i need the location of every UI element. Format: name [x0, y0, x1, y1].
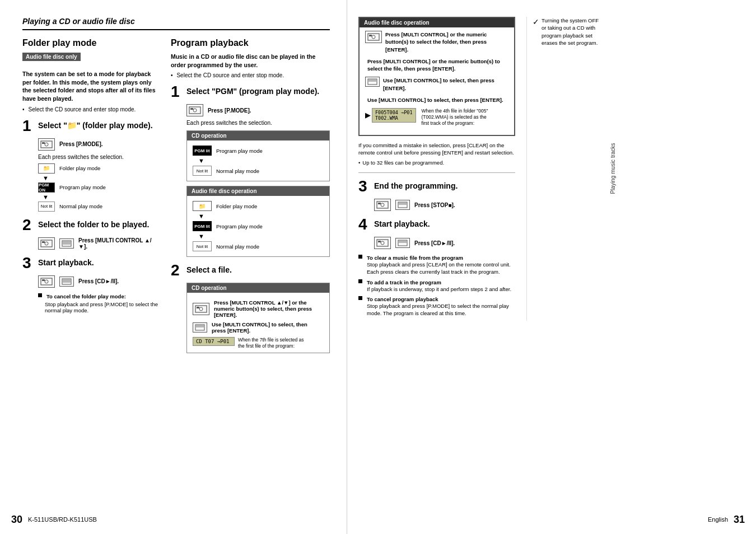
audio-arrow2: ▼ [198, 233, 324, 240]
cancel-note-title: To cancel the folder play mode: [46, 293, 126, 299]
program-intro: Music in a CD or audio file disc can be … [171, 53, 330, 69]
note-cancel-title: To cancel program playback [367, 296, 515, 302]
svg-rect-22 [197, 307, 199, 308]
folder-step2-press: Press [MULTI CONTROL ▲/▼]. [78, 237, 160, 250]
svg-point-18 [193, 109, 197, 112]
not-lit-label-2: Normal play mode [216, 168, 259, 174]
prog-step3-body: Press [STOP■]. [374, 199, 515, 211]
svg-point-39 [381, 241, 384, 245]
note-add-title: To add a track in the program [367, 279, 511, 285]
lcd-audio-note: When the 4th file in folder "005" (T002.… [422, 108, 494, 127]
folder-step2-title: Select the folder to be played. [38, 217, 149, 229]
svg-rect-26 [368, 34, 379, 40]
divider [358, 172, 515, 173]
prog-step3-press: Press [STOP■]. [414, 202, 455, 208]
folder-play-bullet1: • Select the CD source and enter stop mo… [22, 106, 160, 113]
prog-step1-body: Press [P.MODE]. Each press switches the … [186, 104, 330, 257]
audio-file-op-col: Audio file disc operation Press [MULTI C… [358, 17, 515, 321]
cd-op-header-1: CD operation [187, 131, 329, 140]
prog-step4-body: Press [CD►/II]. [374, 237, 515, 249]
mode-diagram: 📁 Folder play mode ▼ PGM ON Program play… [38, 163, 160, 212]
folder-icon-box: 📁 [38, 163, 55, 174]
svg-point-11 [45, 280, 48, 283]
audio-device-a [365, 31, 382, 43]
prog-step4-title: Start playback. [374, 217, 430, 229]
page-wrapper: Playing a CD or audio file disc Folder p… [0, 0, 756, 534]
prog-step1-row: 1 Select "PGM" (program play mode). [171, 84, 330, 100]
middle-right-content: Audio file disc operation Press [MULTI C… [358, 17, 745, 321]
prog-step4-press: Press [CD►/II]. [414, 240, 455, 246]
cd-op-header-2: CD operation [187, 283, 329, 293]
page-num-right: 31 [734, 514, 745, 526]
step3-device1 [374, 199, 391, 211]
right-note-col: ✓ Turning the system OFF or taking out a… [526, 17, 599, 321]
svg-rect-38 [377, 240, 388, 246]
not-lit-box-1: Not lit [38, 202, 55, 212]
page-title: Playing a CD or audio file disc [22, 17, 330, 30]
svg-rect-40 [378, 241, 381, 242]
folder-icon-box-2: 📁 [193, 201, 212, 211]
prog-step2-title: Select a file. [186, 263, 232, 275]
folder-step3-body: Press [CD►/II]. To cancel the folder pla… [38, 275, 160, 313]
pgm-lit-label: Program play mode [216, 148, 263, 154]
middle-right-page: Audio file disc operation Press [MULTI C… [347, 0, 756, 534]
folder-step3-title: Start playback. [38, 255, 94, 268]
checkmark-icon: ✓ [533, 17, 539, 28]
audio-op-section-1: Audio file disc operation 📁 Folder play … [186, 186, 330, 257]
svg-rect-17 [189, 107, 200, 114]
arrow2: ▼ [43, 194, 160, 200]
svg-rect-23 [195, 325, 204, 330]
page-model: K-511USB/RD-K511USB [28, 516, 97, 523]
folder-mode-label: Folder play mode [59, 165, 100, 171]
device-icon-2a [38, 237, 55, 250]
svg-rect-19 [190, 108, 193, 110]
prog-step4-row: 4 Start playback. [358, 217, 515, 232]
svg-rect-2 [42, 142, 45, 144]
program-bullet1: • Select the CD source and enter stop mo… [171, 72, 330, 78]
svg-rect-12 [42, 279, 45, 281]
lcd-row-cd: CD T07 →P01 When the 7th file is selecte… [193, 337, 324, 349]
svg-rect-28 [369, 35, 372, 36]
mistake-note: If you committed a mistake in selection,… [358, 142, 515, 157]
cd-op2-press: Press [MULTI CONTROL ▲/▼] or the numeric… [214, 299, 315, 318]
prog-device-icon-1 [186, 104, 203, 116]
cancel-sq [38, 293, 42, 297]
svg-rect-34 [378, 203, 381, 204]
audio-file-disc-header: Audio file disc operation [360, 18, 514, 27]
audio-file-disc-body: Press [MULTI CONTROL] or the numeric but… [360, 27, 514, 135]
folder-step1-switch: Each press switches the selection. [38, 154, 160, 160]
folder-step1-title: Select "📁" (folder play mode). [38, 118, 153, 130]
note-add-body: If playback is underway, stop it and per… [367, 285, 511, 293]
audio-arrow1: ▼ [198, 213, 324, 219]
pgm-lit-box: PGM lit [193, 146, 212, 156]
prog-step1-switch: Each press switches the selection. [186, 120, 330, 126]
audio-step-b: Press [MULTI CONTROL] or the numeric but… [365, 58, 508, 73]
audio-file-disc-box: Audio file disc operation Press [MULTI C… [358, 17, 515, 136]
prog-step1-press: Press [P.MODE]. [208, 107, 251, 114]
svg-point-4 [45, 242, 48, 245]
pgm-mode-label: Program play mode [59, 184, 106, 190]
note-cancel-body: Stop playback and press [P.MODE] to sele… [367, 302, 515, 317]
audio-step-d: Use [MULTI CONTROL] to select, then pres… [365, 96, 508, 104]
note-clear-title: To clear a music file from the program [367, 255, 515, 261]
audio-step-a: Press [MULTI CONTROL] or the numeric but… [365, 31, 508, 53]
audio-step-a-text: Press [MULTI CONTROL] or the numeric but… [385, 31, 497, 53]
audio-only-badge: Audio file disc only [22, 53, 81, 61]
cd-op2-device2 [193, 322, 207, 332]
svg-point-21 [199, 307, 203, 311]
not-lit-box-3: Not lit [193, 241, 212, 251]
svg-point-33 [381, 203, 384, 207]
arrow1: ▼ [43, 175, 160, 181]
audio-step-c: Use [MULTI CONTROL] to select, then pres… [365, 77, 508, 92]
left-page: Playing a CD or audio file disc Folder p… [0, 0, 347, 534]
cd-op2-device1 [193, 303, 209, 315]
right-note-text: Turning the system OFF or taking out a C… [542, 17, 599, 46]
svg-rect-13 [62, 279, 71, 284]
svg-rect-3 [41, 240, 52, 247]
folder-play-intro: The system can be set to a mode for play… [22, 70, 160, 103]
cd-op2-use: Use [MULTI CONTROL] to select, then pres… [212, 321, 312, 334]
device-icon-3b [59, 277, 74, 287]
cancel-note: To cancel the folder play mode: Stop pla… [38, 293, 160, 313]
folder-step1-body: Press [P.MODE]. Each press switches the … [38, 138, 160, 212]
files-32-bullet: • Up to 32 files can be programmed. [358, 160, 515, 166]
